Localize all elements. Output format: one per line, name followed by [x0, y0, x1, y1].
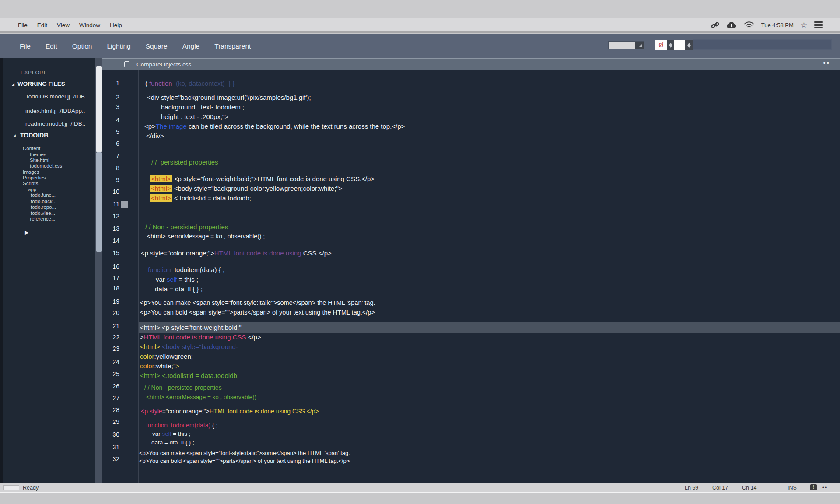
tree-item-todo-func-[interactable]: todo.func...: [31, 192, 56, 198]
toolbar-item-angle[interactable]: Angle: [175, 42, 207, 50]
menubar-item-edit[interactable]: Edit: [32, 22, 52, 28]
code-row[interactable]: data = dta ll { } ;: [151, 439, 194, 446]
toolbar-item-edit[interactable]: Edit: [38, 42, 65, 50]
tree-item-themes[interactable]: themes: [30, 152, 46, 157]
code-row[interactable]: color:white;">: [140, 362, 179, 370]
code-row[interactable]: function todoitem(data) { ;: [146, 422, 217, 429]
star-icon[interactable]: ☆: [801, 21, 807, 29]
code-editor[interactable]: 1234567891011121314151617181920212223242…: [102, 70, 840, 483]
spinner-arrows-icon[interactable]: [685, 40, 693, 50]
tree-item--reference-[interactable]: _reference...: [27, 216, 56, 221]
link-icon[interactable]: [711, 21, 719, 29]
code-row[interactable]: / / Non - persisted properties: [145, 223, 228, 231]
code-row[interactable]: height . text - :200px;">: [161, 113, 228, 120]
cloud-download-icon[interactable]: [726, 21, 737, 29]
code-token: :yellowgreen;: [154, 353, 193, 360]
status-char[interactable]: Ch 14: [742, 485, 756, 491]
empty-spinner[interactable]: [674, 40, 693, 50]
spinner-arrows-icon[interactable]: [667, 40, 674, 50]
tree-item-scripts[interactable]: Scripts: [23, 181, 38, 186]
tree-item-todo-viee-[interactable]: todo.viee...: [31, 210, 55, 216]
code-token: <p>You can make <span style="font-style:…: [140, 299, 375, 306]
toolbar-item-lighting[interactable]: Lighting: [99, 42, 138, 50]
code-row[interactable]: var self = this ;: [156, 276, 198, 283]
code-row[interactable]: <html><p style="font-weight:bold;">HTML …: [150, 175, 374, 182]
menubar-item-view[interactable]: View: [52, 22, 74, 28]
breakpoint-marker[interactable]: [121, 201, 128, 208]
code-row[interactable]: color:yellowgreen;: [140, 353, 193, 360]
tab-overflow-dots[interactable]: ••: [823, 59, 830, 66]
dropdown-arrow-icon[interactable]: [635, 42, 644, 49]
code-token: color: [140, 353, 154, 360]
code-token: <body style="background-color:yellowgree…: [174, 185, 343, 192]
tree-item-site-html[interactable]: Site.html: [30, 158, 49, 163]
toolbar-dropdown[interactable]: [608, 41, 644, 49]
code-row[interactable]: >HTML font code is done using CSS.</p>: [140, 333, 261, 341]
working-file-item[interactable]: readme.model.jj /IDB..: [25, 120, 85, 127]
editor-scrollbar-thumb-lower[interactable]: [96, 152, 102, 252]
tree-item-todomodel-css[interactable]: todomodel.css: [30, 163, 62, 168]
status-insert-mode[interactable]: INS: [788, 485, 797, 491]
code-row[interactable]: <p>You can make <span style="font-style:…: [139, 450, 350, 456]
tree-item-app[interactable]: app: [28, 187, 36, 192]
code-row[interactable]: var self = this ;: [152, 430, 190, 437]
working-files-header[interactable]: WORKING FILES: [18, 80, 65, 87]
status-column[interactable]: Col 17: [712, 485, 728, 491]
wifi-icon[interactable]: [744, 21, 754, 29]
menubar-item-file[interactable]: File: [13, 22, 32, 28]
code-row[interactable]: <html><body style="background-color:yell…: [150, 185, 342, 192]
toolbar-item-option[interactable]: Option: [65, 42, 100, 50]
null-spinner[interactable]: Ø: [655, 40, 674, 50]
menubar-item-window[interactable]: Window: [74, 22, 105, 28]
tree-item-content[interactable]: Content: [23, 146, 40, 151]
code-row[interactable]: <html> <errorMessage = ko , observable()…: [146, 394, 260, 400]
code-row[interactable]: ( function (ko, datacontext) } }: [145, 80, 234, 87]
code-row[interactable]: <p>You can bold <span style="">parts</sp…: [139, 458, 350, 464]
project-header[interactable]: TODOIDB: [20, 132, 48, 139]
tree-item-todo-repo-[interactable]: todo.repo...: [31, 204, 56, 210]
toolbar-item-square[interactable]: Square: [138, 42, 175, 50]
toolbar-item-file[interactable]: File: [12, 42, 38, 50]
code-row[interactable]: <div style="background-image:url('/pix/s…: [147, 94, 311, 101]
toolbar-search-field[interactable]: [693, 39, 832, 50]
working-file-item[interactable]: TodoIDB.model.jj /IDB..: [25, 93, 88, 100]
code-row-current[interactable]: <html> <p style="font-weight:bold;": [140, 324, 242, 331]
code-row[interactable]: <p style="color:orange;">HTML font code …: [141, 249, 332, 257]
code-row[interactable]: <html> <.todolistid = data.todoidb;: [140, 372, 239, 379]
code-token: background . text- todoitem ;: [161, 103, 244, 111]
code-row[interactable]: / / Non - persisted properties: [144, 384, 222, 391]
tab-compareobjects[interactable]: CompareObjects.css: [136, 61, 191, 68]
tree-item-properties[interactable]: Properties: [23, 175, 46, 180]
code-row[interactable]: <html> <body style="background-: [140, 343, 238, 350]
code-row[interactable]: <html><.todolistid = data.todoidb;: [150, 194, 251, 202]
code-row[interactable]: <p>You can bold <span style="">parts</sp…: [140, 309, 375, 316]
expand-triangle-icon[interactable]: ◢: [13, 133, 16, 138]
warning-icon[interactable]: !: [810, 484, 817, 490]
collapsed-triangle-icon[interactable]: ▶: [25, 230, 28, 235]
code-row[interactable]: data = dta ll { } ;: [155, 285, 203, 293]
status-dots[interactable]: ••: [822, 484, 828, 490]
menu-icon[interactable]: [814, 21, 822, 29]
code-row[interactable]: function todoitem(data) { ;: [148, 266, 224, 273]
code-token: { ;: [210, 422, 217, 429]
line-number-1: 1: [102, 80, 119, 87]
menubar-item-help[interactable]: Help: [105, 22, 127, 28]
code-row[interactable]: <p style="color:orange;">HTML font code …: [141, 408, 319, 415]
expand-triangle-icon[interactable]: ◢: [11, 82, 14, 87]
status-line[interactable]: Ln 69: [685, 485, 698, 491]
code-row[interactable]: <p>The image can be tiled across the bac…: [144, 122, 405, 130]
code-row[interactable]: <p>You can make <span style="font-style:…: [140, 299, 375, 306]
tree-item-todo-back-[interactable]: todo.back...: [31, 199, 56, 204]
tree-item-images[interactable]: Images: [23, 169, 39, 175]
code-token: var: [156, 276, 167, 283]
code-row[interactable]: background . text- todoitem ;: [161, 103, 244, 111]
code-row[interactable]: <html> <errorMessage = ko , observable()…: [147, 233, 265, 240]
toolbar-item-transparent[interactable]: Transparent: [207, 42, 258, 50]
editor-scrollbar-thumb[interactable]: [96, 66, 102, 152]
line-number-29: 29: [102, 418, 119, 425]
working-file-item[interactable]: index.html.jj /IDBApp..: [25, 108, 85, 114]
code-token: function todoitem(data): [146, 422, 210, 429]
code-token: / / persisted properties: [151, 158, 218, 166]
code-row[interactable]: / / persisted properties: [151, 158, 218, 166]
code-row[interactable]: </div>: [146, 132, 164, 140]
